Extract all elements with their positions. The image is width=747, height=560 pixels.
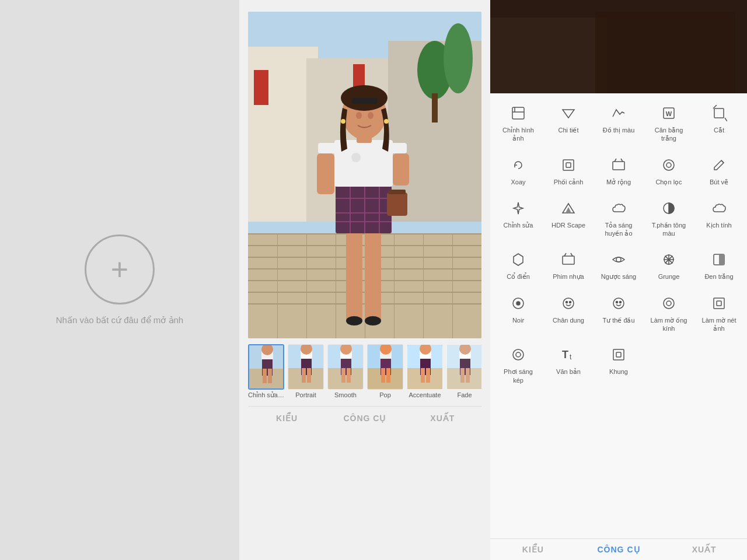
tool-tu-the-dau[interactable]: Tư thế đầu (596, 289, 641, 337)
svg-point-47 (356, 112, 362, 119)
thumbnail-smooth[interactable]: Smooth (327, 344, 364, 399)
svg-rect-94 (490, 18, 607, 93)
main-photo-svg (248, 12, 481, 338)
svg-point-36 (351, 153, 361, 162)
svg-rect-78 (386, 368, 390, 383)
thumb-img-accentuate (407, 344, 443, 390)
tool-grunge[interactable]: Grunge (646, 246, 692, 284)
svg-rect-63 (302, 368, 306, 383)
tool-lam-mo-net-anh[interactable]: Làm mờ nétảnh (696, 289, 742, 337)
tool-lam-mo-ong-kinh[interactable]: Làm mờ ốngkính (646, 289, 692, 337)
tools-row-1: XoayPhối cảnhMở rộngChọn lọcBút vẽ (493, 151, 744, 190)
add-photo-button[interactable]: + (85, 235, 155, 304)
tool-nguoc-sang[interactable]: Ngược sáng (596, 246, 641, 284)
thumbnail-accentuate[interactable]: Accentuate (407, 344, 443, 399)
tool-van-ban[interactable]: TtVăn bản (546, 341, 591, 388)
tool-can-bang-trang[interactable]: WCân bằngtrắng (646, 99, 692, 146)
tool-cat[interactable]: Cắt (696, 99, 742, 146)
chinh-sua-label: Chỉnh sửa (504, 221, 533, 229)
center-tab-xuat[interactable]: XUẤT (404, 411, 481, 425)
tool-co-dien[interactable]: Cổ điển (495, 246, 541, 284)
thumbnail-portrait[interactable]: Portrait (288, 344, 324, 399)
tool-xoay[interactable]: Xoay (495, 151, 541, 190)
thumb-img-chinh-sua (248, 344, 284, 390)
svg-point-26 (346, 316, 362, 326)
phim-nhua-label: Phim nhựa (553, 272, 584, 281)
tool-chinh-sua[interactable]: Chỉnh sửa (495, 194, 541, 242)
svg-rect-70 (341, 368, 345, 383)
lam-mo-net-anh-icon (708, 293, 729, 314)
van-ban-icon: Tt (558, 344, 579, 365)
lam-mo-ong-kinh-icon (658, 293, 679, 314)
tools-row-4: NoirChân dungTư thế đầuLàm mờ ốngkínhLàm… (493, 289, 744, 337)
tools-row-3: Cổ điểnPhim nhựaNgược sángGrungeĐen trắn… (493, 246, 744, 284)
t-phan-tong-mau-label: T.phần tôngmàu (652, 221, 686, 238)
thumb-label-portrait: Portrait (295, 391, 316, 398)
svg-point-49 (341, 119, 345, 124)
tool-hdr-scape[interactable]: HDR Scape (546, 194, 591, 242)
van-ban-label: Văn bản (556, 368, 581, 376)
tool-chon-loc[interactable]: Chọn lọc (646, 151, 692, 190)
tool-t-phan-tong-mau[interactable]: T.phần tôngmàu (646, 194, 692, 242)
nguoc-sang-icon (608, 249, 629, 270)
co-dien-icon (508, 249, 529, 270)
grunge-label: Grunge (658, 272, 680, 281)
khung-icon (608, 344, 629, 365)
tool-noir[interactable]: Noir (495, 289, 541, 337)
thumbnail-fade[interactable]: Fade (446, 344, 481, 399)
tool-chinh-hinh-anh[interactable]: Chỉnh hìnhảnh (495, 99, 541, 146)
tool-phim-nhua[interactable]: Phim nhựa (546, 246, 591, 284)
svg-rect-42 (388, 190, 406, 194)
right-preview-image (490, 0, 747, 93)
thumb-img-fade (446, 344, 481, 390)
svg-point-48 (368, 112, 374, 119)
phoi-sang-kep-icon (508, 344, 529, 365)
tool-kich-tinh[interactable]: Kịch tính (696, 194, 742, 242)
tu-the-dau-label: Tư thế đầu (602, 316, 634, 324)
plus-icon: + (111, 254, 128, 285)
grunge-icon (658, 249, 679, 270)
thumbnail-pop[interactable]: Pop (367, 344, 403, 399)
tool-chan-dung[interactable]: Chân dung (546, 289, 591, 337)
toa-sang-huyen-ao-icon (608, 198, 629, 219)
thumbnail-chinh-sua[interactable]: Chỉnh sửa ... (248, 344, 284, 399)
den-trang-label: Đen trắng (704, 272, 733, 281)
noir-icon (508, 293, 529, 314)
tool-phoi-canh[interactable]: Phối cảnh (546, 151, 591, 190)
tools-grid: Chỉnh hìnhảnhChi tiếtĐồ thị màuWCân bằng… (490, 93, 747, 538)
right-tab-cong-cu[interactable]: CÔNG CỤ (576, 545, 662, 554)
tool-toa-sang-huyen-ao[interactable]: Tỏa sánghuyền ảo (596, 194, 641, 242)
tool-den-trang[interactable]: Đen trắng (696, 246, 742, 284)
left-panel: + Nhấn vào bất cứ đâu để mở ảnh (0, 0, 239, 560)
cat-label: Cắt (714, 126, 724, 134)
svg-rect-77 (381, 368, 385, 383)
center-tab-kieu[interactable]: KIỂU (248, 411, 326, 425)
can-bang-trang-icon: W (658, 103, 679, 124)
right-tab-xuat[interactable]: XUẤT (661, 545, 747, 554)
tool-chi-tiet[interactable]: Chi tiết (546, 99, 591, 146)
svg-rect-140 (714, 298, 724, 309)
tool-phoi-sang-kep[interactable]: Phơi sángkép (495, 341, 541, 388)
svg-point-143 (516, 352, 521, 357)
svg-rect-25 (365, 228, 381, 321)
khung-label: Khung (609, 368, 628, 376)
tool-spacer (696, 341, 742, 388)
center-bottom-tabs: KIỂUCÔNG CỤXUẤT (248, 406, 481, 425)
tool-mo-rong[interactable]: Mở rộng (596, 151, 641, 190)
svg-point-113 (666, 163, 671, 167)
right-bottom-tabs: KIỂUCÔNG CỤXUẤT (490, 538, 747, 560)
svg-rect-28 (336, 184, 392, 233)
svg-point-131 (516, 302, 520, 305)
svg-text:t: t (570, 353, 572, 361)
right-tab-kieu[interactable]: KIỂU (490, 545, 576, 554)
tool-khung[interactable]: Khung (596, 341, 641, 388)
chinh-hinh-anh-label: Chỉnh hìnhảnh (502, 126, 534, 143)
phim-nhua-icon (558, 249, 579, 270)
center-tab-cong-cu[interactable]: CÔNG CỤ (326, 411, 403, 425)
svg-point-122 (616, 257, 621, 262)
svg-rect-46 (352, 98, 378, 104)
svg-line-106 (725, 118, 727, 121)
tool-but-ve[interactable]: Bút vẽ (696, 151, 742, 190)
tool-do-thi-mau[interactable]: Đồ thị màu (596, 99, 641, 146)
hdr-scape-label: HDR Scape (551, 221, 585, 229)
